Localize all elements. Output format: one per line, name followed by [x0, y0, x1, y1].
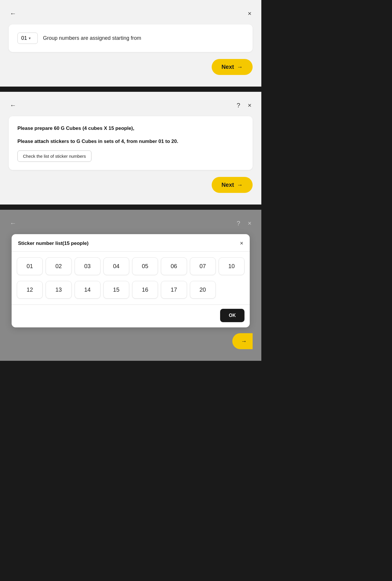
panel-3: ← ? × Sticker number list(15 people) × 0…	[0, 210, 261, 361]
instruction-line2: Please attach stickers to G Cubes in set…	[17, 137, 244, 145]
check-list-button[interactable]: Check the list of sticker numbers	[17, 150, 91, 162]
panel3-back-button[interactable]: ←	[9, 218, 17, 228]
sticker-cell: 03	[75, 257, 100, 275]
sticker-cell: 20	[190, 281, 216, 299]
group-number-value: 01	[21, 35, 27, 41]
panel2-nav-right: ? ×	[235, 101, 253, 110]
panel-1: ← × 01 ▾ Group numbers are assigned star…	[0, 0, 261, 87]
panel3-nav-right: ? ×	[235, 218, 253, 228]
modal-close-button[interactable]: ×	[240, 240, 243, 247]
group-number-dropdown[interactable]: 01 ▾	[17, 33, 38, 44]
panel3-nav: ← ? ×	[9, 218, 253, 228]
panel2-next-button[interactable]: Next →	[212, 177, 253, 193]
sticker-cell: 15	[103, 281, 129, 299]
panel3-help-button[interactable]: ?	[235, 218, 241, 228]
panel2-next-label: Next	[222, 182, 234, 188]
sticker-cell: 13	[46, 281, 71, 299]
panel2-card: Please prepare 60 G Cubes (4 cubes X 15 …	[9, 116, 253, 170]
sticker-modal: Sticker number list(15 people) × 0102030…	[12, 234, 250, 327]
panel1-card: 01 ▾ Group numbers are assigned starting…	[9, 24, 253, 52]
panel1-back-button[interactable]: ←	[9, 9, 17, 19]
sticker-grid-row2: 12131415161720	[12, 281, 250, 304]
panel3-next-button[interactable]: →	[232, 333, 253, 349]
sticker-cell: 01	[17, 257, 43, 275]
sticker-cell: 16	[132, 281, 158, 299]
panel1-next-label: Next	[222, 64, 234, 70]
sticker-cell: 05	[132, 257, 158, 275]
sticker-cell: 12	[17, 281, 43, 299]
separator-1	[0, 87, 261, 92]
panel3-close-button[interactable]: ×	[247, 218, 253, 228]
modal-header: Sticker number list(15 people) ×	[12, 234, 250, 252]
panel2-next-row: Next →	[9, 177, 253, 193]
arrow-right-icon: →	[237, 64, 243, 70]
panel2-nav: ← ? ×	[9, 101, 253, 110]
sticker-cell: 02	[46, 257, 71, 275]
panel1-next-button[interactable]: Next →	[212, 59, 253, 75]
panel1-next-row: Next →	[9, 59, 253, 75]
panel2-back-button[interactable]: ←	[9, 101, 17, 110]
sticker-grid: 0102030405060710	[12, 252, 250, 281]
group-number-row: 01 ▾ Group numbers are assigned starting…	[17, 33, 244, 44]
group-assign-label: Group numbers are assigned starting from	[43, 35, 141, 41]
panel1-nav: ← ×	[9, 9, 253, 19]
sticker-cell: 07	[190, 257, 216, 275]
sticker-cell: 06	[161, 257, 187, 275]
separator-2	[0, 205, 261, 210]
panel-2: ← ? × Please prepare 60 G Cubes (4 cubes…	[0, 92, 261, 205]
panel2-close-button[interactable]: ×	[247, 101, 253, 110]
panel2-help-button[interactable]: ?	[235, 101, 241, 110]
sticker-cell: 04	[103, 257, 129, 275]
modal-footer: OK	[12, 304, 250, 327]
chevron-down-icon: ▾	[29, 36, 31, 40]
panel1-close-button[interactable]: ×	[247, 9, 253, 19]
sticker-cell: 17	[161, 281, 187, 299]
sticker-cell: 14	[75, 281, 100, 299]
instruction-line1: Please prepare 60 G Cubes (4 cubes X 15 …	[17, 124, 244, 132]
modal-title: Sticker number list(15 people)	[18, 241, 89, 246]
modal-ok-button[interactable]: OK	[220, 309, 244, 322]
arrow-right-icon-2: →	[237, 182, 243, 188]
sticker-cell: 10	[219, 257, 244, 275]
arrow-right-icon-3: →	[241, 338, 247, 345]
